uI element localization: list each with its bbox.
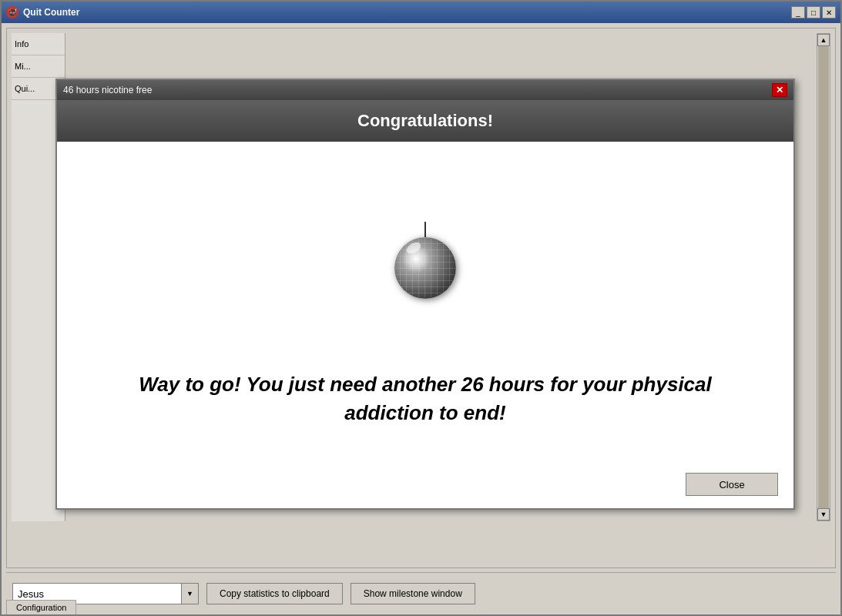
disco-ball-wrapper: [394, 222, 456, 299]
bottom-bar: ▼ Copy statistics to clipboard Show mile…: [6, 572, 836, 614]
title-bar-left: 🚭 Quit Counter: [6, 6, 79, 18]
dialog-body: Way to go! You just need another 26 hour…: [57, 142, 793, 465]
dialog-close-x-button[interactable]: ✕: [772, 83, 787, 97]
dialog-title: 46 hours nicotine free: [63, 85, 152, 95]
configuration-tab-label: Configuration: [16, 603, 66, 612]
app-title: Quit Counter: [23, 7, 79, 18]
app-close-button[interactable]: ✕: [822, 6, 836, 18]
disco-ball-string: [424, 222, 426, 237]
milestone-dialog: 46 hours nicotine free ✕ Congratulations…: [55, 79, 795, 510]
dialog-message: Way to go! You just need another 26 hour…: [103, 370, 747, 427]
dialog-overlay: 46 hours nicotine free ✕ Congratulations…: [2, 48, 840, 614]
scroll-up-button[interactable]: ▲: [817, 34, 830, 46]
disco-ball-icon: [394, 237, 456, 299]
title-bar: 🚭 Quit Counter _ □ ✕: [2, 2, 840, 23]
dropdown-arrow-button[interactable]: ▼: [182, 583, 199, 604]
app-icon: 🚭: [6, 6, 18, 18]
show-milestone-button[interactable]: Show milestone window: [351, 583, 475, 604]
title-bar-controls: _ □ ✕: [791, 6, 836, 18]
app-window: 🚭 Quit Counter _ □ ✕ Info Mi... Qui...: [0, 0, 842, 616]
maximize-button[interactable]: □: [807, 6, 820, 18]
main-content: Info Mi... Qui... ▲ ▼ 46 hou: [2, 23, 840, 614]
minimize-button[interactable]: _: [791, 6, 805, 18]
dialog-close-button[interactable]: Close: [686, 473, 778, 496]
disco-ball-container: [394, 180, 456, 340]
copy-stats-button[interactable]: Copy statistics to clipboard: [206, 583, 343, 604]
dialog-header: Congratulations!: [57, 100, 793, 142]
configuration-tab[interactable]: Configuration: [6, 600, 76, 614]
dialog-header-title: Congratulations!: [357, 111, 493, 130]
dialog-footer: Close: [57, 465, 793, 508]
dialog-title-bar: 46 hours nicotine free ✕: [57, 80, 793, 100]
